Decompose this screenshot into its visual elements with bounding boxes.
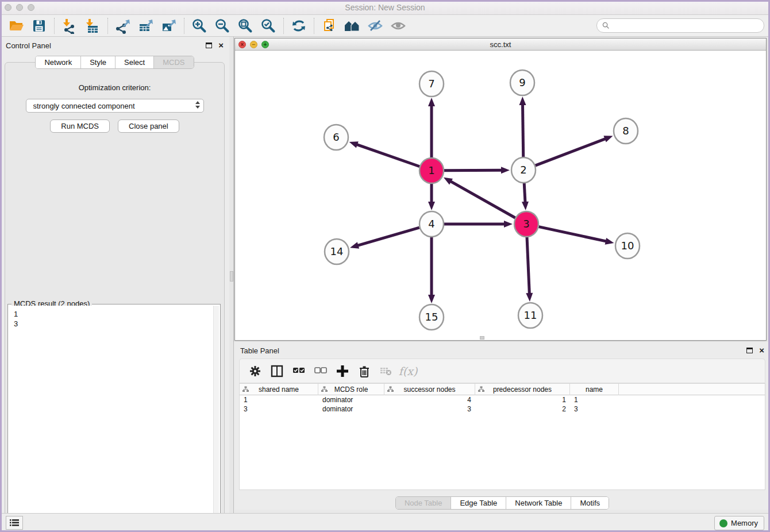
select-all-rows-button[interactable] (290, 363, 307, 380)
add-column-button[interactable] (334, 363, 351, 380)
graph-node-4[interactable]: 4 (419, 211, 444, 237)
run-mcds-button[interactable]: Run MCDS (50, 119, 110, 133)
result-scrollbar[interactable] (213, 306, 219, 521)
export-table-button[interactable] (134, 17, 157, 35)
edge-3-10[interactable] (539, 227, 607, 242)
cell-predecessor-nodes[interactable]: 2 (475, 404, 570, 414)
graph-node-6[interactable]: 6 (324, 125, 348, 150)
close-panel-button[interactable]: Close panel (118, 119, 179, 133)
edge-1-2[interactable] (444, 170, 503, 171)
edge-4-14[interactable] (357, 228, 419, 246)
graph-node-1[interactable]: 1 (419, 158, 444, 183)
column-header-shared-name[interactable]: shared name (240, 384, 318, 395)
zoom-out-button[interactable] (211, 17, 234, 35)
graph-node-15[interactable]: 15 (419, 304, 444, 330)
deselect-all-rows-button[interactable] (312, 363, 329, 380)
cell-successor-nodes[interactable]: 3 (384, 404, 475, 414)
table-body: 1dominator4113dominator323 (240, 395, 765, 414)
import-net-icon (61, 18, 78, 34)
tab-style[interactable]: Style (81, 56, 116, 68)
tab-select[interactable]: Select (116, 56, 154, 68)
graph-node-7[interactable]: 7 (419, 71, 444, 97)
edge-2-8[interactable] (536, 138, 607, 165)
export-image-button[interactable] (157, 17, 180, 35)
column-label: successor nodes (403, 385, 455, 394)
zoom-in-button[interactable] (188, 17, 211, 35)
cell-shared-name[interactable]: 1 (240, 395, 318, 404)
zoom-selected-button[interactable] (257, 17, 280, 35)
cell-name[interactable]: 1 (570, 395, 619, 404)
export-network-button[interactable] (111, 17, 134, 35)
table-row[interactable]: 3dominator323 (240, 404, 765, 414)
table-toolbar: f(x) (239, 358, 765, 383)
mcds-result-text[interactable]: 1 3 (9, 306, 213, 521)
edge-1-6[interactable] (356, 144, 419, 167)
memory-button[interactable]: Memory (714, 516, 764, 530)
graph-node-14[interactable]: 14 (325, 239, 349, 264)
apply-layout-button[interactable] (287, 17, 310, 35)
tab-edge-table[interactable]: Edge Table (451, 497, 506, 509)
cell-MCDS-role[interactable]: dominator (318, 395, 384, 404)
node-label: 9 (519, 76, 525, 88)
edge-2-9[interactable] (522, 103, 523, 157)
edge-arrowhead (504, 221, 513, 228)
cell-MCDS-role[interactable]: dominator (318, 404, 384, 414)
tab-node-table[interactable]: Node Table (396, 497, 452, 509)
table-row[interactable]: 1dominator411 (240, 395, 765, 404)
graph-node-10[interactable]: 10 (615, 233, 640, 259)
graph-node-9[interactable]: 9 (510, 70, 534, 95)
task-history-button[interactable] (6, 516, 23, 530)
gear-icon (249, 365, 261, 377)
close-table-panel-icon[interactable]: × (759, 348, 764, 353)
hide-selected-button[interactable] (364, 17, 387, 35)
cell-name[interactable]: 3 (570, 404, 619, 414)
new-network-from-selection-button[interactable] (318, 17, 341, 35)
task-list-icon (9, 518, 20, 527)
column-header-predecessor-nodes[interactable]: predecessor nodes (475, 384, 570, 395)
search-input[interactable] (596, 18, 764, 33)
optimization-criterion-select[interactable]: strongly connected component (26, 99, 204, 113)
select-stepper-icon (195, 101, 200, 109)
column-header-MCDS-role[interactable]: MCDS role (318, 384, 384, 395)
graph-node-8[interactable]: 8 (614, 118, 638, 144)
graph-node-2[interactable]: 2 (511, 157, 536, 183)
network-canvas[interactable]: 7968124314101511 (235, 51, 766, 340)
float-table-panel-icon[interactable] (746, 348, 753, 353)
import-network-button[interactable] (58, 17, 81, 35)
edge-arrowhead (444, 178, 453, 185)
network-window-titlebar[interactable]: × − + scc.txt (235, 38, 766, 51)
close-panel-icon[interactable]: × (218, 43, 224, 48)
show-all-button[interactable] (387, 17, 410, 35)
divider-grab-handle[interactable] (230, 271, 233, 282)
open-session-button[interactable] (5, 17, 28, 35)
edge-3-1[interactable] (449, 181, 515, 218)
cell-successor-nodes[interactable]: 4 (384, 395, 475, 404)
save-session-button[interactable] (28, 17, 51, 35)
control-panel-header: Control Panel × (0, 37, 229, 54)
tab-mcds[interactable]: MCDS (154, 56, 193, 68)
edge-3-11[interactable] (527, 237, 529, 295)
node-label: 11 (524, 309, 537, 321)
import-table-button[interactable] (81, 17, 104, 35)
table-settings-button[interactable] (247, 363, 264, 380)
tab-motifs[interactable]: Motifs (571, 497, 609, 509)
first-neighbors-button[interactable] (341, 17, 364, 35)
mcds-result-box: MCDS result (2 nodes) 1 3 (7, 304, 221, 523)
edge-2-3[interactable] (524, 183, 525, 203)
delete-column-button[interactable] (356, 363, 373, 380)
canvas-scroll-thumb[interactable] (480, 336, 484, 340)
cell-predecessor-nodes[interactable]: 1 (475, 395, 570, 404)
float-panel-icon[interactable] (206, 43, 212, 48)
node-label: 8 (622, 125, 629, 137)
column-header-successor-nodes[interactable]: successor nodes (384, 384, 475, 395)
cell-shared-name[interactable]: 3 (240, 404, 318, 414)
edge-arrowhead (522, 202, 529, 210)
tab-network[interactable]: Network (36, 56, 81, 68)
graph-node-11[interactable]: 11 (518, 303, 542, 328)
column-header-name[interactable]: name (570, 384, 619, 395)
split-pane-divider[interactable] (229, 37, 234, 513)
zoom-fit-button[interactable] (234, 17, 257, 35)
tab-network-table[interactable]: Network Table (506, 497, 571, 509)
graph-node-3[interactable]: 3 (514, 211, 538, 237)
column-visibility-button[interactable] (268, 363, 286, 380)
